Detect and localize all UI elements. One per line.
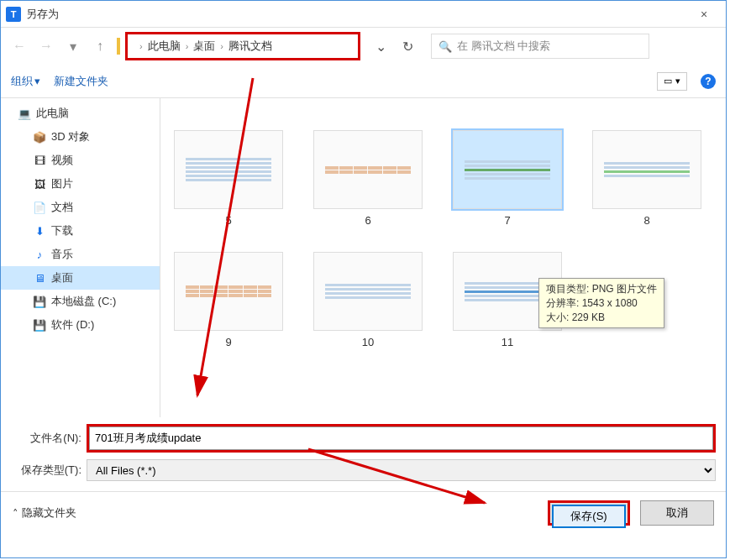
file-thumbnail [174, 252, 283, 331]
file-label: 6 [365, 214, 370, 227]
search-placeholder: 在 腾讯文档 中搜索 [457, 39, 550, 54]
file-thumbnail [592, 130, 701, 209]
file-tooltip: 项目类型: PNG 图片文件 分辨率: 1543 x 1080 大小: 229 … [538, 278, 664, 328]
breadcrumb-segment[interactable]: 此电脑 [148, 39, 181, 54]
sidebar-item-label: 音乐 [51, 247, 73, 262]
nav-forward-button[interactable]: → [34, 34, 58, 58]
file-label: 10 [362, 336, 374, 348]
sidebar-item-pictures[interactable]: 🖼图片 [1, 172, 160, 196]
desktop-icon: 🖥 [33, 271, 46, 285]
save-fields: 文件名(N): 保存类型(T): All Files (*.*) [1, 417, 726, 491]
filename-label: 文件名(N): [11, 431, 87, 446]
nav-up-button[interactable]: ↑ [88, 34, 112, 58]
file-list[interactable]: 5 6 7 8 9 [160, 98, 726, 417]
folder-indicator [117, 38, 120, 55]
document-icon: 📄 [33, 201, 46, 214]
chevron-down-icon: ▾ [34, 75, 40, 87]
sidebar-item-label: 本地磁盘 (C:) [51, 294, 116, 309]
save-as-dialog: T 另存为 × ← → ▾ ↑ › 此电脑 › 桌面 › 腾讯文档 ⌄ ↻ 🔍 … [0, 0, 727, 558]
sidebar-item-music[interactable]: ♪音乐 [1, 243, 160, 266]
sidebar: 💻此电脑 📦3D 对象 🎞视频 🖼图片 📄文档 ⬇下载 ♪音乐 🖥桌面 💾本地磁… [1, 98, 160, 417]
chevron-up-icon: ˄ [13, 507, 18, 520]
footer: ˄ 隐藏文件夹 保存(S) 取消 [1, 491, 726, 534]
file-label: 9 [225, 336, 231, 348]
tooltip-resolution: 分辨率: 1543 x 1080 [546, 296, 657, 311]
file-item[interactable]: 9 [174, 252, 283, 348]
file-label: 7 [504, 214, 510, 227]
file-thumbnail [453, 130, 562, 209]
navbar: ← → ▾ ↑ › 此电脑 › 桌面 › 腾讯文档 ⌄ ↻ 🔍 在 腾讯文档 中… [1, 28, 726, 65]
sidebar-item-desktop[interactable]: 🖥桌面 [1, 266, 160, 290]
refresh-button[interactable]: ↻ [397, 36, 418, 56]
view-mode-button[interactable]: ▭ ▾ [657, 72, 687, 91]
breadcrumb-controls: ⌄ ↻ [370, 36, 418, 56]
organize-menu[interactable]: 组织 ▾ [11, 74, 40, 89]
nav-recent-dropdown[interactable]: ▾ [61, 34, 85, 58]
save-button-highlight: 保存(S) [548, 500, 630, 526]
chevron-right-icon: › [139, 41, 143, 51]
file-thumbnail [313, 252, 423, 331]
file-item[interactable]: 6 [313, 130, 423, 227]
main-area: 💻此电脑 📦3D 对象 🎞视频 🖼图片 📄文档 ⬇下载 ♪音乐 🖥桌面 💾本地磁… [1, 98, 726, 417]
file-thumbnail [313, 130, 423, 209]
computer-icon: 💻 [18, 107, 31, 120]
sidebar-item-documents[interactable]: 📄文档 [1, 196, 160, 219]
cancel-button[interactable]: 取消 [640, 500, 714, 526]
sidebar-item-label: 视频 [51, 153, 73, 168]
file-item[interactable]: 7 [453, 130, 562, 227]
window-title: 另存为 [26, 7, 687, 22]
search-input[interactable]: 🔍 在 腾讯文档 中搜索 [431, 34, 649, 59]
sidebar-item-label: 文档 [51, 200, 73, 215]
file-item[interactable]: 10 [313, 252, 423, 348]
close-button[interactable]: × [687, 3, 721, 26]
chevron-right-icon: › [186, 41, 189, 51]
tooltip-filesize: 大小: 229 KB [546, 311, 657, 325]
search-icon: 🔍 [439, 40, 452, 53]
toolbar: 组织 ▾ 新建文件夹 ▭ ▾ ? [1, 65, 726, 98]
file-label: 8 [643, 214, 649, 227]
hide-folders-toggle[interactable]: ˄ 隐藏文件夹 [13, 505, 76, 521]
download-icon: ⬇ [33, 224, 46, 238]
organize-label: 组织 [11, 74, 33, 89]
cube-icon: 📦 [33, 130, 46, 144]
sidebar-item-downloads[interactable]: ⬇下载 [1, 219, 160, 243]
chevron-right-icon: › [220, 41, 223, 51]
breadcrumb-segment[interactable]: 桌面 [193, 39, 215, 54]
filetype-label: 保存类型(T): [11, 463, 87, 478]
sidebar-item-label: 软件 (D:) [51, 317, 94, 332]
app-icon: T [6, 7, 21, 22]
hide-folders-label: 隐藏文件夹 [22, 505, 76, 521]
sidebar-item-label: 桌面 [51, 270, 73, 285]
file-item[interactable]: 5 [174, 130, 283, 227]
sidebar-item-label: 下载 [51, 223, 73, 238]
save-button[interactable]: 保存(S) [552, 505, 626, 528]
filetype-select[interactable]: All Files (*.*) [87, 459, 716, 481]
sidebar-item-thispc[interactable]: 💻此电脑 [1, 102, 160, 125]
film-icon: 🎞 [33, 154, 46, 167]
file-label: 5 [225, 214, 231, 227]
filename-input[interactable] [89, 427, 713, 450]
tooltip-filetype: 项目类型: PNG 图片文件 [546, 282, 657, 296]
sidebar-item-3dobjects[interactable]: 📦3D 对象 [1, 125, 160, 149]
file-label: 11 [502, 336, 513, 348]
drive-icon: 💾 [33, 318, 46, 332]
sidebar-item-drive-c[interactable]: 💾本地磁盘 (C:) [1, 290, 160, 313]
help-icon[interactable]: ? [701, 74, 716, 89]
image-icon: 🖼 [33, 177, 46, 191]
file-thumbnail [174, 130, 283, 209]
drive-icon: 💾 [33, 295, 46, 308]
sidebar-item-label: 3D 对象 [51, 129, 90, 144]
breadcrumb-dropdown-icon[interactable]: ⌄ [370, 36, 391, 56]
sidebar-item-label: 图片 [51, 176, 73, 191]
breadcrumb[interactable]: › 此电脑 › 桌面 › 腾讯文档 [125, 32, 360, 60]
music-icon: ♪ [33, 248, 46, 261]
file-item[interactable]: 8 [592, 130, 701, 227]
sidebar-item-drive-d[interactable]: 💾软件 (D:) [1, 313, 160, 337]
sidebar-item-videos[interactable]: 🎞视频 [1, 149, 160, 172]
breadcrumb-segment[interactable]: 腾讯文档 [228, 39, 272, 54]
new-folder-button[interactable]: 新建文件夹 [54, 74, 108, 89]
titlebar: T 另存为 × [1, 1, 726, 28]
sidebar-item-label: 此电脑 [36, 106, 69, 121]
nav-back-button[interactable]: ← [8, 34, 31, 58]
